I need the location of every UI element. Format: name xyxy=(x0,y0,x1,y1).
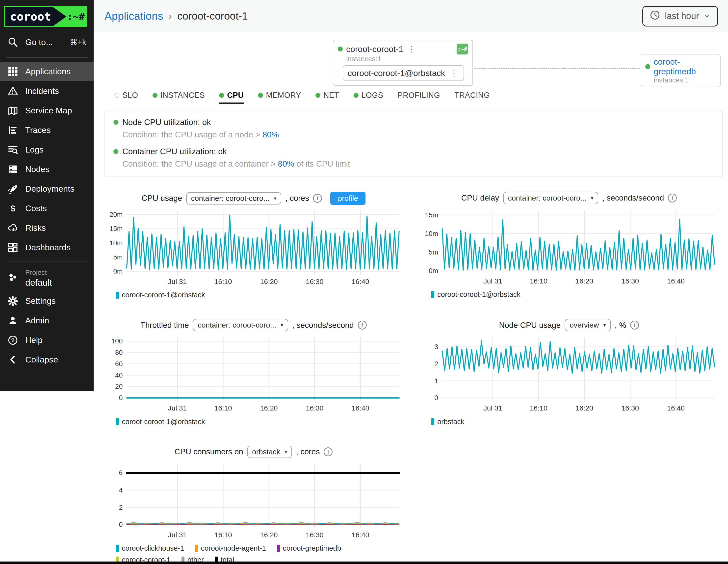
status-dot xyxy=(645,64,650,69)
project-name: default xyxy=(25,278,52,288)
time-range-value: last hour xyxy=(665,11,699,21)
check-title: Container CPU utilization: ok xyxy=(122,147,227,156)
chart-node-cpu-usage: Node CPU usageoverview▾, %i0123Jul 3116:… xyxy=(420,319,718,426)
check-threshold[interactable]: 80% xyxy=(262,130,279,139)
chart-plot[interactable]: 0246Jul 3116:1016:2016:3016:40 xyxy=(104,461,403,542)
tab-instances[interactable]: INSTANCES xyxy=(153,91,205,104)
info-icon[interactable]: i xyxy=(668,194,677,203)
info-icon[interactable]: i xyxy=(313,194,322,203)
info-icon[interactable]: i xyxy=(630,321,639,330)
sidebar-divider xyxy=(6,57,88,58)
sidebar-item-service-map[interactable]: Service Map xyxy=(0,101,94,120)
sidebar-item-collapse[interactable]: Collapse xyxy=(0,350,94,369)
chart-selector-dropdown[interactable]: container: coroot-coro...▾ xyxy=(193,319,288,331)
app-root: coroot :~# Go to... ⌘+k ApplicationsInci… xyxy=(0,0,728,564)
dropdown-arrow-icon: ▾ xyxy=(285,449,287,455)
sidebar-item-deployments[interactable]: Deployments xyxy=(0,179,94,199)
chart-plot[interactable]: 0123Jul 3116:1016:2016:3016:40 xyxy=(420,334,718,415)
tab-profiling[interactable]: PROFILING xyxy=(398,91,440,104)
legend-item[interactable]: coroot-clickhouse-1 xyxy=(116,544,184,552)
instance-box[interactable]: coroot-coroot-1@orbstack ⋮ xyxy=(343,65,464,81)
clock-icon xyxy=(650,10,660,23)
chart-cpu-consumers-on: CPU consumers onorbstack▾, coresi0246Jul… xyxy=(104,446,403,564)
tab-tracing[interactable]: TRACING xyxy=(454,91,490,104)
info-icon[interactable]: i xyxy=(324,447,333,456)
sidebar-item-nodes[interactable]: Nodes xyxy=(0,159,94,179)
sidebar-item-label: Service Map xyxy=(25,106,72,115)
sidebar-item-label: Applications xyxy=(25,67,71,76)
info-icon[interactable]: i xyxy=(358,321,367,330)
sidebar-nav: ApplicationsIncidentsService MapTracesLo… xyxy=(0,62,94,257)
tab-memory[interactable]: MEMORY xyxy=(258,91,301,104)
breadcrumb-applications-link[interactable]: Applications xyxy=(104,10,163,22)
tab-logs[interactable]: LOGS xyxy=(354,91,383,104)
legend-item[interactable]: coroot-coroot-1@orbstack xyxy=(431,290,520,299)
time-range-selector[interactable]: last hour xyxy=(642,6,718,26)
tab-status-dot xyxy=(114,93,119,98)
tab-net[interactable]: NET xyxy=(315,91,339,104)
help-icon: ? xyxy=(7,335,18,346)
chart-plot[interactable]: 0m5m10m15m20mJul 3116:1016:2016:3016:40 xyxy=(104,208,403,289)
logs-icon xyxy=(7,144,18,155)
chart-plot[interactable]: 020406080100Jul 3116:1016:2016:3016:40 xyxy=(104,334,403,415)
project-label: Project xyxy=(25,269,52,277)
chart-selector-value: container: coroot-coro... xyxy=(508,194,587,202)
sidebar-item-dashboards[interactable]: Dashboards xyxy=(0,238,94,257)
legend-item[interactable]: coroot-greptimedb xyxy=(277,544,341,552)
sidebar-footer: SettingsAdmin?HelpCollapse xyxy=(0,291,94,369)
dependency-connector xyxy=(474,68,640,69)
chart-selector-dropdown[interactable]: container: coroot-coro...▾ xyxy=(186,192,282,205)
tab-label: PROFILING xyxy=(398,91,440,100)
legend-item[interactable]: orbstack xyxy=(431,418,465,426)
project-selector[interactable]: Project default xyxy=(0,265,94,291)
svg-text:2: 2 xyxy=(119,503,123,511)
upstream-link[interactable]: coroot-greptimedb xyxy=(654,57,716,76)
sidebar-item-label: Risks xyxy=(25,223,46,233)
tab-cpu[interactable]: CPU xyxy=(219,91,244,104)
sidebar-item-applications[interactable]: Applications xyxy=(0,62,94,81)
logo-prompt: :~# xyxy=(66,7,85,26)
nodes-icon xyxy=(7,164,18,175)
chart-selector-value: orbstack xyxy=(252,448,280,456)
tab-slo[interactable]: SLO xyxy=(114,91,138,104)
coroot-logo[interactable]: coroot :~# xyxy=(4,6,90,27)
kebab-menu-icon[interactable]: ⋮ xyxy=(407,44,417,54)
top-bar: Applications › coroot-coroot-1 last hour xyxy=(94,0,728,32)
sidebar: coroot :~# Go to... ⌘+k ApplicationsInci… xyxy=(0,0,94,391)
dropdown-arrow-icon: ▾ xyxy=(603,322,606,328)
svg-text:16:10: 16:10 xyxy=(530,277,547,285)
chart-legend: orbstack xyxy=(431,418,718,426)
legend-item[interactable]: coroot-coroot-1@orbstack xyxy=(116,291,205,299)
main-content: Applications › coroot-coroot-1 last hour… xyxy=(94,0,728,564)
sidebar-item-risks[interactable]: Risks xyxy=(0,218,94,238)
legend-label: coroot-coroot-1@orbstack xyxy=(122,291,205,299)
chart-selector-dropdown[interactable]: orbstack▾ xyxy=(247,446,292,458)
sidebar-item-traces[interactable]: Traces xyxy=(0,120,94,140)
svg-text:?: ? xyxy=(11,337,15,343)
sidebar-item-costs[interactable]: $Costs xyxy=(0,199,94,218)
chart-selector-dropdown[interactable]: overview▾ xyxy=(565,319,611,331)
tab-status-dot xyxy=(258,93,263,98)
sidebar-item-label: Collapse xyxy=(25,355,58,364)
profile-button[interactable]: profile xyxy=(330,192,365,205)
check-threshold[interactable]: 80% xyxy=(278,159,294,168)
chart-plot[interactable]: 0m5m10m15mJul 3116:1016:2016:3016:40 xyxy=(420,207,718,288)
instances-label: instances:1 xyxy=(654,76,716,84)
gear-icon xyxy=(7,296,18,307)
legend-item[interactable]: coroot-node-agent-1 xyxy=(195,544,266,552)
sidebar-item-logs[interactable]: Logs xyxy=(0,140,94,159)
sidebar-item-admin[interactable]: Admin xyxy=(0,311,94,330)
hexagons-icon xyxy=(7,272,18,284)
kebab-menu-icon[interactable]: ⋮ xyxy=(449,69,459,78)
sidebar-item-incidents[interactable]: Incidents xyxy=(0,81,94,101)
sidebar-item-settings[interactable]: Settings xyxy=(0,291,94,311)
goto-search[interactable]: Go to... ⌘+k xyxy=(0,31,94,53)
legend-item[interactable]: coroot-coroot-1@orbstack xyxy=(116,418,205,426)
tab-label: NET xyxy=(323,91,339,100)
sidebar-item-help[interactable]: ?Help xyxy=(0,330,94,350)
person-icon xyxy=(7,315,18,326)
chevron-right-icon: › xyxy=(169,11,172,22)
svg-text:Jul 31: Jul 31 xyxy=(168,278,187,285)
svg-text:6: 6 xyxy=(119,469,123,476)
chart-selector-dropdown[interactable]: container: coroot-coro...▾ xyxy=(503,192,598,204)
